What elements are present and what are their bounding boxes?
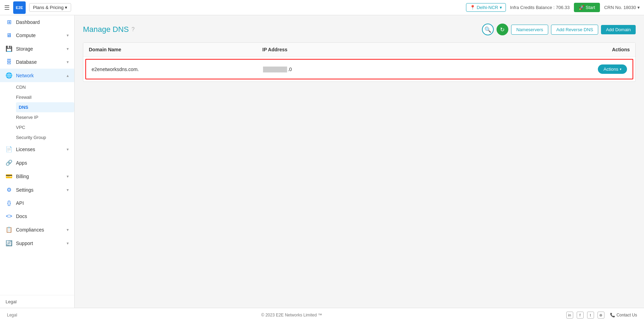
legal-footer-link[interactable]: Legal [7,313,17,317]
sidebar-item-compliances[interactable]: 📋 Compliances ▾ [0,223,74,236]
navbar-left: ☰ E2E Plans & Pricing ▾ [4,1,71,14]
billing-icon: 💳 [6,173,12,180]
network-submenu: CDN Firewall DNS Reserve IP VPC Security… [0,82,74,142]
page-title: Manage DNS [83,25,129,34]
database-icon: 🗄 [6,59,12,65]
apps-icon: 🔗 [6,159,12,166]
sidebar-item-label: Compliances [16,227,63,233]
region-label: Delhi-NCR [477,5,498,10]
footer-right: in f t ⊕ 📞 Contact Us [566,312,637,319]
sidebar-item-label: Database [16,59,63,65]
chevron-down-icon: ▾ [67,174,69,179]
sidebar: ⊞ Dashboard 🖥 Compute ▾ 💾 Storage ▾ 🗄 Da… [0,15,75,308]
sidebar-item-docs[interactable]: <> Docs [0,210,74,223]
search-icon: 🔍 [484,26,491,33]
page-header: Manage DNS ? 🔍 ↻ Nameservers Add Reverse… [83,24,636,35]
twitter-icon[interactable]: t [587,312,594,319]
main-layout: ⊞ Dashboard 🖥 Compute ▾ 💾 Storage ▾ 🗄 Da… [0,15,644,308]
plans-pricing-label: Plans & Pricing [33,5,63,10]
infra-credits-balance: Infra Credits Balance : 706.33 [510,5,570,10]
sidebar-sub-item-dns[interactable]: DNS [16,102,74,112]
help-icon[interactable]: ? [132,26,135,33]
social-links: in f t ⊕ [566,312,604,319]
sidebar-sub-item-security-group[interactable]: Security Group [16,132,74,142]
sidebar-item-settings[interactable]: ⚙ Settings ▾ [0,183,74,197]
sidebar-item-label: Compute [16,33,63,38]
compliances-icon: 📋 [6,226,12,233]
column-header-domain: Domain Name [89,47,262,52]
logo-text: E2E [16,6,23,10]
navbar-right: 📍 Delhi-NCR ▾ Infra Credits Balance : 70… [466,3,640,12]
sidebar-sub-item-vpc[interactable]: VPC [16,122,74,132]
dns-table: Domain Name IP Address Actions e2enetwor… [83,42,636,82]
search-button[interactable]: 🔍 [482,24,494,35]
sidebar-item-label: Billing [16,174,63,179]
rss-icon[interactable]: ⊕ [598,312,604,319]
column-header-actions: Actions [560,47,630,52]
sidebar-item-label: Storage [16,46,63,52]
chevron-down-icon: ▾ [67,33,69,38]
dashboard-icon: ⊞ [6,19,12,25]
chevron-down-icon: ▾ [67,147,69,152]
sidebar-item-network[interactable]: 🌐 Network ▴ [0,69,74,82]
refresh-button[interactable]: ↻ [497,24,508,35]
crn-label: CRN No. 18030 [604,5,636,10]
domain-name-value: e2enetworksdns.com. [92,67,263,72]
sidebar-item-label: Network [16,73,63,78]
crn-chevron: ▾ [637,5,640,10]
sidebar-sub-item-cdn[interactable]: CDN [16,82,74,92]
start-button[interactable]: 🚀 Start [574,3,600,12]
sidebar-item-api[interactable]: {} API [0,197,74,210]
sidebar-item-apps[interactable]: 🔗 Apps [0,156,74,169]
sidebar-footer: Legal [0,295,74,308]
sidebar-sub-item-reserve-ip[interactable]: Reserve IP [16,112,74,122]
logo: E2E [13,1,26,14]
sidebar-item-storage[interactable]: 💾 Storage ▾ [0,42,74,55]
plans-pricing-button[interactable]: Plans & Pricing ▾ [29,3,71,12]
sidebar-item-support[interactable]: 🔄 Support ▾ [0,236,74,250]
table-row: e2enetworksdns.com. ███████.0 Actions ▾ [85,59,633,79]
add-domain-button[interactable]: Add Domain [601,25,636,34]
chevron-up-icon: ▴ [67,73,69,78]
legal-link[interactable]: Legal [6,298,17,306]
caret-down-icon: ▾ [620,67,621,71]
network-icon: 🌐 [6,72,12,79]
chevron-down-icon: ▾ [67,46,69,51]
linkedin-icon[interactable]: in [566,312,573,319]
actions-label: Actions [603,67,618,72]
storage-icon: 💾 [6,45,12,52]
sidebar-item-label: Settings [16,187,63,193]
crn-info[interactable]: CRN No. 18030 ▾ [604,5,640,10]
main-content: Manage DNS ? 🔍 ↻ Nameservers Add Reverse… [75,15,644,308]
chevron-down-icon: ▾ [67,241,69,246]
api-icon: {} [6,200,12,206]
region-button[interactable]: 📍 Delhi-NCR ▾ [466,3,506,12]
support-icon: 🔄 [6,240,12,246]
start-icon: 🚀 [579,5,584,10]
actions-column-value: Actions ▾ [558,64,627,74]
refresh-icon: ↻ [500,26,505,33]
column-header-ip: IP Address [262,47,560,52]
region-chevron: ▾ [500,5,502,10]
sidebar-item-label: API [16,200,69,206]
add-reverse-dns-button[interactable]: Add Reverse DNS [551,25,598,35]
sidebar-item-database[interactable]: 🗄 Database ▾ [0,55,74,69]
region-pin-icon: 📍 [470,5,475,10]
sidebar-item-billing[interactable]: 💳 Billing ▾ [0,169,74,183]
sidebar-sub-item-firewall[interactable]: Firewall [16,92,74,102]
plans-pricing-chevron: ▾ [65,5,67,10]
sidebar-item-licenses[interactable]: 📄 Licenses ▾ [0,142,74,156]
nameservers-button[interactable]: Nameservers [511,25,548,35]
sidebar-item-label: Dashboard [16,19,69,25]
table-header: Domain Name IP Address Actions [83,43,635,57]
hamburger-icon[interactable]: ☰ [4,4,10,11]
sidebar-item-dashboard[interactable]: ⊞ Dashboard [0,15,74,29]
page-footer: Legal © 2023 E2E Networks Limited ™ in f… [0,308,644,322]
page-title-row: Manage DNS ? [83,25,135,34]
contact-us-link[interactable]: 📞 Contact Us [610,313,637,317]
actions-dropdown-button[interactable]: Actions ▾ [598,64,627,74]
sidebar-item-label: Support [16,241,63,246]
facebook-icon[interactable]: f [577,312,584,319]
sidebar-item-label: Apps [16,160,69,166]
sidebar-item-compute[interactable]: 🖥 Compute ▾ [0,29,74,42]
